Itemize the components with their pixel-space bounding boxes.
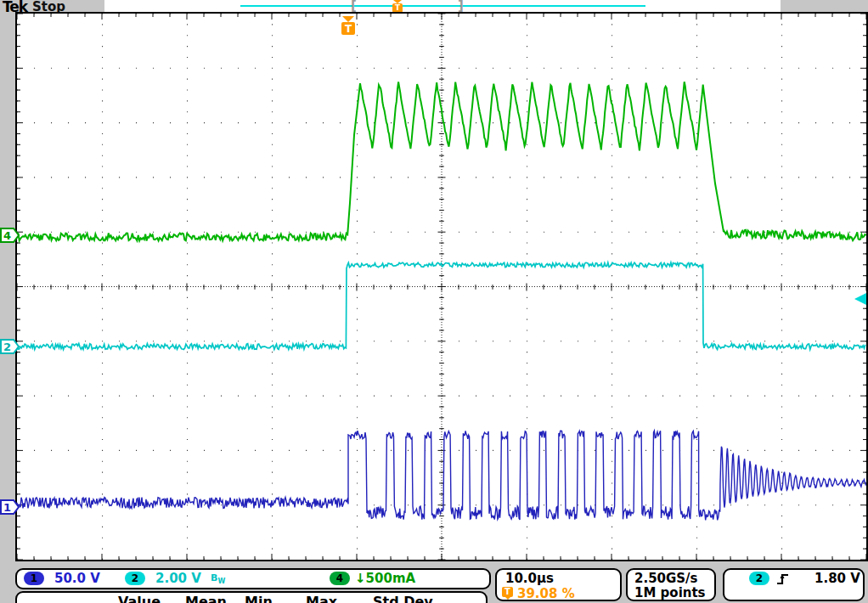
trigger-position-value: 39.08 % — [517, 586, 575, 601]
rising-edge-icon — [776, 572, 790, 587]
horizontal-scale-readout: 10.0µs — [505, 571, 554, 586]
meas-header-stddev: Std Dev — [373, 594, 433, 603]
channel-tag-ch1-label: 1 — [3, 501, 11, 514]
channel-readout-box: 1 50.0 V 2 2.00 V BW 4 ↓500mA — [15, 568, 491, 589]
measurement-table-box: Value Mean Min Max Std Dev — [15, 591, 488, 603]
trigger-position-marker[interactable]: T — [341, 16, 355, 35]
oscilloscope-screen: Tek Stop [ ] T T 4 — [0, 0, 868, 603]
ch1-scale-readout[interactable]: 50.0 V — [54, 571, 100, 586]
horizontal-readout-box[interactable]: 10.0µs T 39.08 % — [495, 568, 622, 601]
acquisition-readout-box[interactable]: 2.50GS/s 1M points — [626, 568, 716, 601]
ch2-bandwidth-icon: BW — [211, 572, 225, 585]
record-view-line — [240, 5, 645, 7]
meas-header-min: Min — [245, 594, 273, 603]
trigger-arrow-icon — [342, 16, 354, 22]
trigger-position-icon: T — [502, 587, 513, 599]
waveform-display: T — [15, 12, 868, 561]
channel-tag-ch1[interactable]: 1 — [0, 499, 20, 515]
ch2-badge[interactable]: 2 — [125, 572, 145, 585]
ch2-scale-readout[interactable]: 2.00 V — [155, 571, 201, 586]
meas-header-mean: Mean — [185, 594, 227, 603]
trigger-level-arrow[interactable] — [854, 293, 866, 305]
trigger-t-label: T — [345, 23, 352, 35]
trigger-source-badge: 2 — [749, 572, 769, 585]
top-status-bar: Tek Stop [ ] T — [0, 0, 868, 13]
ch4-badge[interactable]: 4 — [330, 572, 350, 585]
channel-tag-ch4[interactable]: 4 — [0, 228, 20, 243]
channel-tag-ch2[interactable]: 2 — [0, 339, 20, 354]
channel-tag-ch4-label: 4 — [3, 229, 11, 242]
record-length-readout: 1M points — [634, 585, 706, 600]
meas-header-value: Value — [118, 594, 161, 603]
ch1-badge[interactable]: 1 — [24, 572, 44, 585]
trigger-level-readout: 1.80 V — [814, 571, 860, 586]
waveform-ch4[interactable] — [17, 82, 866, 240]
ch4-scale-readout[interactable]: ↓500mA — [355, 571, 415, 586]
trigger-readout-box[interactable]: 2 1.80 V — [723, 568, 865, 601]
meas-header-max: Max — [306, 594, 337, 603]
graticule-svg: T — [17, 14, 866, 560]
sample-rate-readout: 2.50GS/s — [634, 571, 698, 586]
record-trigger-position-icon[interactable]: T — [392, 0, 403, 13]
channel-tag-ch2-label: 2 — [3, 341, 11, 353]
